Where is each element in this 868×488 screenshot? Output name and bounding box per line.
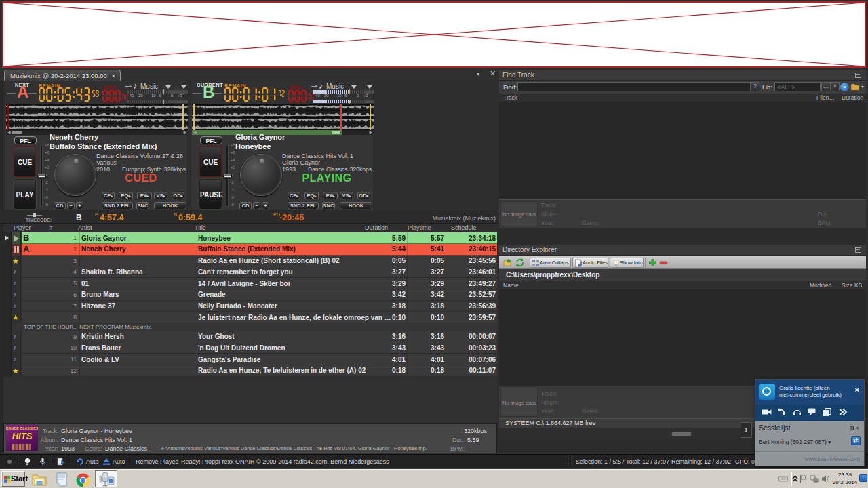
chat-icon[interactable] [808,408,817,416]
bulb-icon[interactable] [24,458,31,466]
deck-b-transport-button[interactable]: PAUSE [199,179,222,209]
deck-a-eq-button[interactable]: EQ▸ [119,192,133,199]
headset-icon[interactable] [793,408,802,417]
playlist-row-10[interactable]: ♪ 10 Frans Bauer 'n Dag Uit Duizend Drom… [3,342,497,354]
deck-b-snd-2-pfl-button[interactable]: SND 2 PFL [288,202,319,209]
tab-close-icon[interactable]: × [112,73,115,79]
deck-b-plus-button[interactable]: + [262,202,269,209]
col-schedule[interactable]: Schedule [451,224,477,231]
deck-a-waveform[interactable] [6,104,188,130]
autohide-pin-icon[interactable] [855,73,861,78]
session-gear-icon[interactable]: ▼ [849,424,860,431]
playlist-row-6[interactable]: ♪ 6 Bruno Mars Grenade 3:42 3:42 23:52:5… [3,289,497,301]
playlist-row-5[interactable]: ♪ 5 01 14 / Avril Lavigne - Sk8er boi 3:… [3,278,497,289]
lib-clear-button[interactable]: × [831,82,840,92]
mic-status-icon[interactable] [39,458,46,466]
col-duration[interactable]: Duration [365,224,388,231]
more-actions-icon[interactable] [838,408,847,416]
deck-a-plus-button[interactable]: + [76,202,83,209]
teamviewer-close-icon[interactable]: × [855,386,859,394]
autohide-pin-icon2[interactable] [855,247,861,253]
deck-a-jog-wheel[interactable] [54,154,96,196]
col-size[interactable]: Size KB [842,282,862,289]
find-input[interactable] [517,82,751,92]
col-track[interactable]: Track [503,94,517,101]
col-modified[interactable]: Modified [810,282,831,289]
deck-a-fx-button[interactable]: FX▸ [137,192,152,199]
deck-a-hook-button[interactable]: HOOK [154,202,186,209]
playlist-row-7[interactable]: ♪ 7 Hitzone 37 Nelly Furtado - Maneater … [3,301,497,312]
deck-b-output-dropdown-icon[interactable] [367,85,372,89]
deck-a-transport-button[interactable]: PLAY [14,179,36,209]
deck-a-source[interactable]: Music [140,83,158,90]
show-desktop-button[interactable] [859,474,867,482]
col-name[interactable]: Name [503,282,519,289]
deck-b-cp-button[interactable]: CP▸ [288,192,300,199]
session-connect-button[interactable] [851,436,861,445]
splitter-handle[interactable] [672,432,691,434]
action-center-flag-icon[interactable] [799,474,808,483]
deck-a-minus-button[interactable]: − [67,202,75,209]
add-icon[interactable] [648,258,657,267]
teamviewer-link[interactable]: www.teamviewer.com [804,455,860,462]
lib-browse-button[interactable]: … [821,82,831,92]
col-artist[interactable]: Artist [78,224,92,231]
deck-b-snc-button[interactable]: SNC [322,202,335,209]
chrome-taskbar-icon[interactable] [76,473,90,487]
deck-a-pitch-handle[interactable] [37,174,46,179]
lib-input[interactable]: <ALL> [777,84,795,91]
playlist-row-9[interactable]: ♪ 9 Kristin Hersh Your Ghost 3:16 3:16 0… [3,331,497,343]
deck-b-waveform[interactable] [192,104,374,130]
playlist-row-8[interactable]: ★ 8 Je luistert naar Radio Aa en Hunze, … [3,312,497,323]
auto-fade-icon[interactable] [76,458,84,466]
find-track-results[interactable] [499,102,866,199]
explorer-taskbar-icon[interactable] [31,473,47,487]
col-player[interactable]: Player [14,224,31,231]
audio-files-button[interactable]: Audio Files [572,258,608,268]
deck-b-cue-button[interactable]: CUE [199,146,222,177]
find-help-button[interactable]: ? [751,82,760,92]
session-user[interactable]: Bert Koning (502 297 087) ▾ [759,439,831,445]
deck-a-pfl-button[interactable]: PFL [14,136,37,144]
deck-a-cue-button[interactable]: CUE [14,146,36,177]
auto-collaps-button[interactable]: Auto Collaps [530,258,571,268]
window-menu-icon[interactable]: ▾ [477,71,480,77]
deck-b-vs-button[interactable]: VS▸ [340,192,353,199]
col-number[interactable]: # [49,224,52,231]
search-clear-icon[interactable]: × [840,83,849,92]
deck-a-vs-button[interactable]: VS▸ [154,192,167,199]
scroll-left-icon[interactable]: ◀ [193,131,197,134]
deck-a-snc-button[interactable]: SNC [136,202,149,209]
deck-b-source[interactable]: Music [326,83,344,90]
deck-b-jog-wheel[interactable] [240,154,282,196]
show-info-button[interactable]: Show Info [610,258,644,268]
deck-b-minus-button[interactable]: − [253,202,260,209]
remove-icon[interactable] [659,258,668,267]
refresh-icon[interactable] [515,258,524,267]
notepad-taskbar-icon[interactable] [54,472,69,487]
deck-a-od-button[interactable]: OD▸ [172,192,184,199]
panel-collapse-button[interactable]: › [741,422,752,438]
playlist-row-3[interactable]: ★ 3 Radio Aa en Hunze (Short stationcall… [3,256,497,267]
col-duration2[interactable]: Duration [842,94,863,101]
col-title[interactable]: Title [195,224,206,231]
search-folder-icon[interactable] [850,83,864,92]
playlist-row-12[interactable]: ★ 12 Radio Aa en Hunze; Te beluisteren i… [3,365,497,377]
folder-up-icon[interactable] [503,258,512,267]
playlist-row-1[interactable]: B 1 Gloria Gaynor Honeybee 5:59 5:57 23:… [3,232,497,244]
deck-b-eq-button[interactable]: EQ▸ [304,192,319,199]
keyboard-tray-icon[interactable] [778,474,788,483]
deck-b-fx-button[interactable]: FX▸ [323,192,338,199]
log-icon[interactable] [57,458,64,466]
playlist-row-11[interactable]: ♪ 11 Coolio & LV Gangsta's Paradise 4:01… [3,354,497,365]
auto-eject-label[interactable]: Auto [113,458,125,465]
scroll-left-icon[interactable]: ◀ [7,131,11,134]
directory-listing[interactable] [499,290,866,386]
volume-tray-icon[interactable] [821,474,830,483]
col-playtime[interactable]: Playtime [408,224,431,231]
window-close-icon[interactable]: ✕ [490,70,496,77]
deck-a-cd-button[interactable]: CD [54,202,66,209]
auto-fade-label[interactable]: Auto [86,458,99,465]
scroll-right-icon[interactable]: ▶ [183,131,186,134]
hidden-icons-chevron[interactable] [792,475,798,483]
